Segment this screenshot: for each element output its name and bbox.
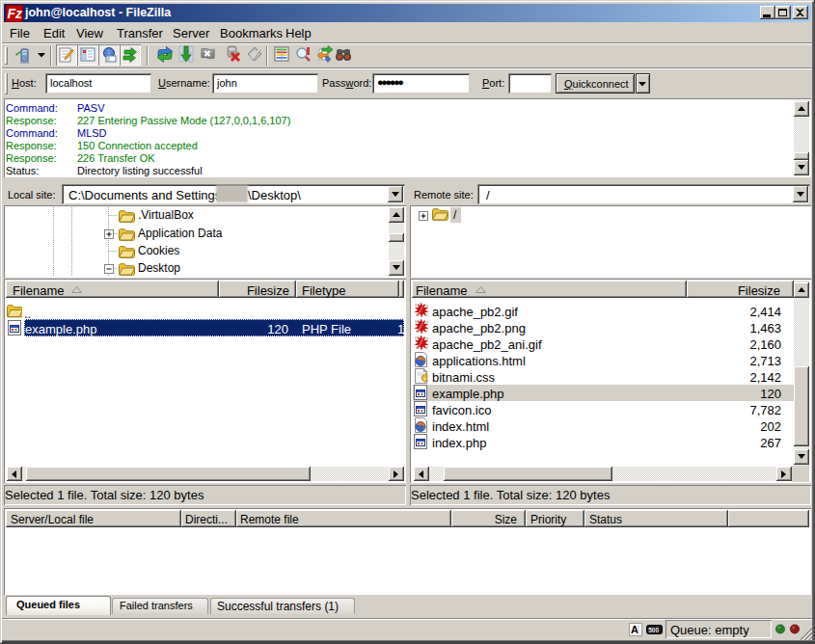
- svg-text:Fz: Fz: [8, 6, 23, 21]
- svg-text:Application Data: Application Data: [138, 227, 223, 240]
- svg-text:A: A: [631, 624, 638, 635]
- svg-text:Desktop: Desktop: [138, 261, 180, 275]
- svg-text:500: 500: [648, 627, 659, 633]
- svg-text:.VirtualBox: .VirtualBox: [138, 208, 194, 222]
- svg-text:Cookies: Cookies: [138, 244, 179, 257]
